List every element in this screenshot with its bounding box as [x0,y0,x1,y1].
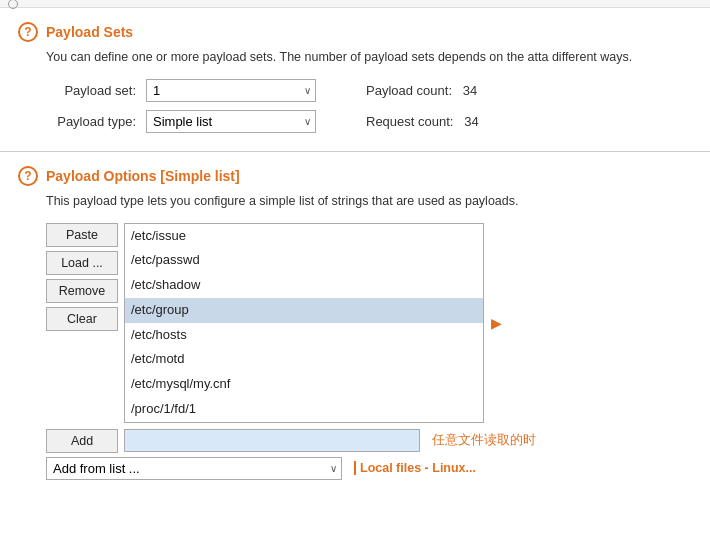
payload-set-select[interactable]: 1 2 3 4 [146,79,316,102]
payload-sets-title: Payload Sets [46,24,133,40]
list-item[interactable]: /etc/passwd [125,248,483,273]
payload-set-label: Payload set: [46,83,136,98]
payload-sets-header: ? Payload Sets [18,22,692,42]
add-button[interactable]: Add [46,429,118,453]
payload-editor: Paste Load ... Remove Clear /etc/issue/e… [46,223,692,423]
payload-type-label: Payload type: [46,114,136,129]
top-bar [0,0,710,8]
list-item[interactable]: /etc/shadow [125,273,483,298]
add-hint: 任意文件读取的时 [432,432,536,450]
local-files-label: Local files - Linux... [354,461,476,475]
add-from-select[interactable]: Add from list ... [46,457,342,480]
list-item[interactable]: /etc/hosts [125,323,483,348]
list-item[interactable]: /proc/1/fd/1 [125,397,483,422]
paste-button[interactable]: Paste [46,223,118,247]
list-item[interactable]: /etc/group [125,298,483,323]
payload-options-description: This payload type lets you configure a s… [46,192,692,211]
payload-sets-description: You can define one or more payload sets.… [46,48,692,67]
add-from-select-wrapper[interactable]: Add from list ... [46,457,342,480]
list-item[interactable]: /etc/motd [125,347,483,372]
remove-button[interactable]: Remove [46,279,118,303]
payload-type-row: Payload type: Simple list Runtime file C… [46,110,692,133]
request-count-label: Request count: 34 [366,114,479,129]
add-row: Add 任意文件读取的时 [46,429,692,453]
list-item[interactable]: /etc/mysql/my.cnf [125,372,483,397]
scroll-arrow-icon: ▶ [491,315,502,331]
payload-set-row: Payload set: 1 2 3 4 Payload count: 34 [46,79,692,102]
payload-options-section: ? Payload Options [Simple list] This pay… [0,152,710,490]
add-from-row: Add from list ... Local files - Linux... [46,457,692,480]
window-control-minimize[interactable] [8,0,18,9]
payload-options-header: ? Payload Options [Simple list] [18,166,692,186]
list-container: /etc/issue/etc/passwd/etc/shadow/etc/gro… [124,223,484,423]
payload-sets-help-icon[interactable]: ? [18,22,38,42]
payload-count-label: Payload count: 34 [366,83,477,98]
payload-type-select[interactable]: Simple list Runtime file Custom iterator [146,110,316,133]
payload-options-help-icon[interactable]: ? [18,166,38,186]
payload-sets-section: ? Payload Sets You can define one or mor… [0,8,710,152]
payload-buttons: Paste Load ... Remove Clear [46,223,118,423]
payload-type-select-wrapper[interactable]: Simple list Runtime file Custom iterator [146,110,316,133]
list-item[interactable]: /etc/issue [125,224,483,249]
clear-button[interactable]: Clear [46,307,118,331]
payload-options-title: Payload Options [Simple list] [46,168,240,184]
add-input[interactable] [124,429,420,452]
payload-set-select-wrapper[interactable]: 1 2 3 4 [146,79,316,102]
load-button[interactable]: Load ... [46,251,118,275]
payload-list[interactable]: /etc/issue/etc/passwd/etc/shadow/etc/gro… [124,223,484,423]
